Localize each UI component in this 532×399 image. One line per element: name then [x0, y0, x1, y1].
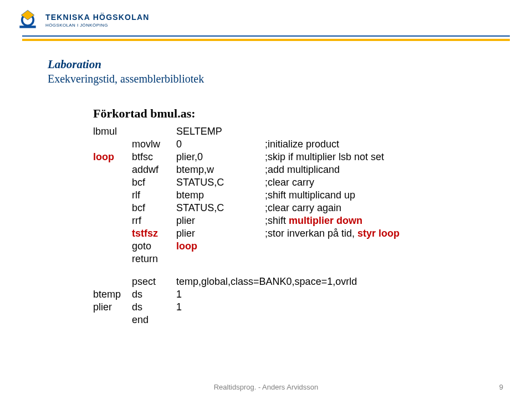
- code-row: plierds1: [93, 301, 357, 314]
- code-mnemonic: btfsc: [132, 151, 176, 163]
- code-comment: ;shift multiplicand up: [265, 189, 400, 202]
- brand-name: TEKNISKA HÖGSKOLAN: [45, 13, 150, 22]
- header-rule-blue: [22, 35, 510, 37]
- code-label: [93, 314, 132, 326]
- code-label: [93, 163, 132, 176]
- code-block: Förkortad bmul.as: lbmulSELTEMPmovlw0;in…: [93, 106, 532, 326]
- code-comment: [265, 253, 400, 265]
- code-label: [93, 176, 132, 189]
- code-comment: ;shift multiplier down: [265, 214, 400, 227]
- code-label: [93, 214, 132, 227]
- code-comment: ;clear carry again: [265, 202, 400, 214]
- slide-subtitle: Exekveringstid, assemblerbibliotek: [48, 73, 532, 85]
- code-table-main: lbmulSELTEMPmovlw0;initialize productloo…: [93, 125, 400, 265]
- code-operand: [176, 314, 357, 326]
- code-row: movlw0;initialize product: [93, 138, 400, 151]
- code-comment: ;initialize product: [265, 138, 400, 151]
- code-row: btempds1: [93, 288, 357, 301]
- code-label: lbmul: [93, 125, 132, 138]
- logo-area: TEKNISKA HÖGSKOLAN HÖGSKOLAN I JÖNKÖPING: [16, 8, 150, 32]
- code-row: lbmulSELTEMP: [93, 125, 400, 138]
- code-label: btemp: [93, 288, 132, 301]
- code-row: rrfplier;shift multiplier down: [93, 214, 400, 227]
- code-comment: ;skip if multiplier lsb not set: [265, 151, 400, 163]
- code-label: loop: [93, 151, 132, 163]
- footer-text: Realtidsprog. - Anders Arvidsson: [0, 383, 532, 391]
- code-row: bcfSTATUS,C;clear carry: [93, 176, 400, 189]
- code-row: tstfszplier;stor inverkan på tid, styr l…: [93, 227, 400, 240]
- code-label: [93, 138, 132, 151]
- code-mnemonic: ds: [132, 301, 176, 314]
- code-label: [93, 227, 132, 240]
- code-operand: temp,global,class=BANK0,space=1,ovrld: [176, 275, 357, 288]
- code-mnemonic: addwf: [132, 163, 176, 176]
- code-row: psecttemp,global,class=BANK0,space=1,ovr…: [93, 275, 357, 288]
- code-operand: STATUS,C: [176, 202, 265, 214]
- code-mnemonic: return: [132, 253, 176, 265]
- code-comment: [265, 240, 400, 253]
- code-operand: btemp: [176, 189, 265, 202]
- university-logo-icon: [16, 8, 40, 32]
- code-operand: SELTEMP: [176, 125, 265, 138]
- code-comment: ;clear carry: [265, 176, 400, 189]
- brand-subtitle: HÖGSKOLAN I JÖNKÖPING: [45, 23, 150, 28]
- code-operand: 0: [176, 138, 265, 151]
- code-title: Förkortad bmul.as:: [93, 106, 532, 121]
- slide-header: TEKNISKA HÖGSKOLAN HÖGSKOLAN I JÖNKÖPING: [0, 0, 532, 32]
- code-operand: [176, 253, 265, 265]
- code-operand: plier: [176, 214, 265, 227]
- code-label: [93, 240, 132, 253]
- code-mnemonic: goto: [132, 240, 176, 253]
- code-label: [93, 275, 132, 288]
- code-comment: ;stor inverkan på tid, styr loop: [265, 227, 400, 240]
- code-mnemonic: psect: [132, 275, 176, 288]
- code-mnemonic: tstfsz: [132, 227, 176, 240]
- code-operand: STATUS,C: [176, 176, 265, 189]
- code-mnemonic: [132, 125, 176, 138]
- code-row: rlfbtemp;shift multiplicand up: [93, 189, 400, 202]
- code-row: gotoloop: [93, 240, 400, 253]
- code-operand: 1: [176, 288, 357, 301]
- code-operand: btemp,w: [176, 163, 265, 176]
- code-mnemonic: ds: [132, 288, 176, 301]
- code-label: [93, 202, 132, 214]
- code-table-tail: psecttemp,global,class=BANK0,space=1,ovr…: [93, 275, 357, 326]
- code-mnemonic: end: [132, 314, 176, 326]
- code-mnemonic: rlf: [132, 189, 176, 202]
- code-operand: plier: [176, 227, 265, 240]
- svg-rect-1: [19, 25, 35, 28]
- code-label: [93, 189, 132, 202]
- code-mnemonic: movlw: [132, 138, 176, 151]
- code-comment: [265, 125, 400, 138]
- code-row: end: [93, 314, 357, 326]
- slide-content: Laboration Exekveringstid, assemblerbibl…: [0, 41, 532, 326]
- code-row: loopbtfscplier,0;skip if multiplier lsb …: [93, 151, 400, 163]
- code-mnemonic: bcf: [132, 202, 176, 214]
- logo-text-block: TEKNISKA HÖGSKOLAN HÖGSKOLAN I JÖNKÖPING: [45, 13, 150, 28]
- code-label: plier: [93, 301, 132, 314]
- code-mnemonic: bcf: [132, 176, 176, 189]
- code-comment: ;add multiplicand: [265, 163, 400, 176]
- code-row: addwfbtemp,w;add multiplicand: [93, 163, 400, 176]
- page-number: 9: [499, 383, 503, 391]
- code-label: [93, 253, 132, 265]
- code-row: return: [93, 253, 400, 265]
- code-mnemonic: rrf: [132, 214, 176, 227]
- code-operand: 1: [176, 301, 357, 314]
- code-operand: loop: [176, 240, 265, 253]
- code-operand: plier,0: [176, 151, 265, 163]
- code-row: bcfSTATUS,C;clear carry again: [93, 202, 400, 214]
- slide-title: Laboration: [48, 58, 532, 71]
